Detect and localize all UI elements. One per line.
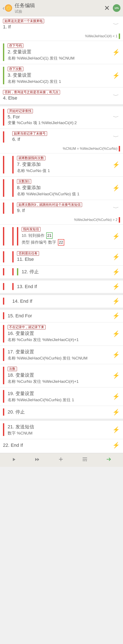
header: ‹ ⚡ 任务编辑 试验 ✕ 12% bbox=[0, 0, 123, 16]
chevron-down-icon[interactable]: ﹀ bbox=[112, 134, 120, 140]
bolt-icon: ⚡ bbox=[112, 298, 120, 305]
chevron-down-icon[interactable]: ﹀ bbox=[112, 114, 120, 120]
bolt-icon: ⚡ bbox=[112, 442, 120, 449]
bolt-icon: ⚡ bbox=[112, 372, 120, 379]
action-row-9[interactable]: 如果次数到3，就跳转向对这个未接号发短信 9. If ﹀ bbox=[0, 200, 123, 217]
bolt-icon: ⚡ bbox=[112, 233, 120, 240]
bolt-icon: ⚡ bbox=[112, 330, 120, 337]
step-button[interactable] bbox=[34, 456, 40, 464]
action-row-16[interactable]: 不在记录中，就记录下来 16. 变量设置 名称 %CurNo 发往 %WeiJi… bbox=[0, 322, 123, 346]
settings-button[interactable] bbox=[82, 456, 88, 464]
action-sub: 名称 %WeiJieHaoCi(2) 发往 1 bbox=[8, 79, 112, 84]
bolt-icon: ⚡ bbox=[112, 184, 120, 192]
action-row-8[interactable]: 次数加1 8. 变量添加 名称 %WeiJieHaoCi(%CurNo) 值 1… bbox=[0, 177, 123, 200]
action-row-14[interactable]: 14. End If ⚡ bbox=[0, 295, 123, 308]
condition-6: %CNUM = %WeiJieHaoCi(%CurNo) bbox=[0, 146, 123, 153]
action-row-12[interactable]: 12. 停止 ⚡ bbox=[0, 266, 123, 278]
back-icon[interactable]: ‹ bbox=[3, 5, 5, 12]
action-tag: 否则，查询这号之前是否未接，有几次 bbox=[3, 90, 60, 94]
confirm-arrow-button[interactable] bbox=[106, 456, 112, 464]
action-row-6[interactable]: 如果当前记录了未接号 6. If ﹀ bbox=[0, 129, 123, 146]
bolt-icon: ⚡ bbox=[112, 268, 120, 276]
app-icon[interactable]: ⚡ bbox=[5, 4, 12, 12]
action-row-19[interactable]: 19. 变量设置 名称 %WeiJieHaoCi(%CurNo) 发往 1 ⚡ bbox=[0, 388, 123, 406]
action-title: 16. 变量设置 bbox=[8, 330, 112, 336]
action-title: 9. If bbox=[17, 208, 112, 213]
close-icon[interactable]: ✕ bbox=[104, 4, 110, 12]
action-tag: 如果次数到3，就跳转向对这个未接号发短信 bbox=[17, 202, 82, 207]
action-title: 5. For bbox=[8, 114, 112, 120]
action-title: 8. 变量添加 bbox=[17, 184, 112, 191]
action-tag: 就将数据指向次数 bbox=[17, 156, 45, 160]
action-row-20[interactable]: 20. 停止 ⚡ bbox=[0, 406, 123, 418]
condition-9: %WeiJieHaoCi(%CurNo) > 2 bbox=[0, 217, 123, 224]
action-row-11[interactable]: 否则退出任务 11. Else ⚡ bbox=[0, 249, 123, 266]
action-row-13[interactable]: 13. End If ⚡ bbox=[0, 280, 123, 293]
action-tag: 不在记录中，就记录下来 bbox=[8, 325, 46, 330]
action-sub: 名称 %WeiJieHaoCi(%CurNo) 发往 %CNUM bbox=[8, 356, 112, 361]
sync-text: 12% bbox=[114, 7, 119, 9]
action-row-2[interactable]: 存下号码 2. 变量设置 名称 %WeiJieHaoCi(1) 发往 %CNUM… bbox=[0, 41, 123, 64]
actions-list: 如果这次是第一个未接来电 1. If ﹀ %WeiJieHaoCi(#) < 1… bbox=[0, 16, 123, 453]
action-title: 22. End If bbox=[3, 442, 112, 448]
bolt-icon: ⚡ bbox=[112, 393, 120, 400]
condition-mark bbox=[119, 217, 120, 223]
action-tag: 如果这次是第一个未接来电 bbox=[3, 19, 44, 23]
action-row-4[interactable]: 否则，查询这号之前是否未接，有几次 4. Else ﹀ bbox=[0, 88, 123, 104]
action-tag: 如果当前记录了未接号 bbox=[12, 131, 47, 136]
action-title: 19. 变量设置 bbox=[8, 390, 112, 397]
action-row-1[interactable]: 如果这次是第一个未接来电 1. If ﹀ bbox=[0, 16, 123, 33]
action-row-7[interactable]: 就将数据指向次数 7. 变量添加 名称 %CurNo 值 1 ⚡ bbox=[0, 153, 123, 176]
add-button[interactable] bbox=[58, 456, 64, 464]
action-sub: 变量 %CurNo 项 1:%WeiJieHaoCi(#):2 bbox=[8, 120, 112, 126]
action-row-3[interactable]: 存下次数 3. 变量设置 名称 %WeiJieHaoCi(2) 发往 1 ⚡ bbox=[0, 64, 123, 87]
action-row-21[interactable]: 21. 发送短信 数字 %CNUM ⚡ bbox=[0, 421, 123, 439]
condition-mark bbox=[119, 34, 120, 39]
bolt-icon: ⚡ bbox=[112, 253, 120, 260]
action-sub: 名称 %WeiJieHaoCi(%CurNo) 值 1 bbox=[17, 191, 112, 197]
action-title: 13. End If bbox=[17, 284, 112, 290]
goto-number-red: 22 bbox=[58, 239, 64, 246]
action-row-10[interactable]: 指向发短信 10. 转到操作 21 类型 操作编号 数字 22 ⚡ bbox=[0, 224, 123, 248]
action-sub: 名称 %CurNo 发往 %WeiJieHaoCi(#)+1 bbox=[8, 379, 112, 384]
chevron-down-icon[interactable]: ﹀ bbox=[112, 93, 120, 98]
action-title: 11. Else bbox=[17, 256, 112, 262]
action-row-17[interactable]: 17. 变量设置 名称 %WeiJieHaoCi(%CurNo) 发往 %CNU… bbox=[0, 346, 123, 364]
action-row-15[interactable]: 15. End For ⚡ bbox=[0, 310, 123, 322]
action-title: 17. 变量设置 bbox=[8, 349, 112, 355]
bolt-icon: ⚡ bbox=[112, 312, 120, 319]
action-title: 20. 停止 bbox=[8, 409, 112, 415]
bolt-icon: ⚡ bbox=[112, 426, 120, 433]
action-sub: 类型 操作编号 数字 22 bbox=[22, 239, 112, 246]
bolt-icon: ⚡ bbox=[112, 49, 120, 56]
action-row-5[interactable]: 开始对记录查找 5. For 变量 %CurNo 项 1:%WeiJieHaoC… bbox=[0, 106, 123, 128]
bolt-icon: ⚡ bbox=[112, 409, 120, 416]
condition-text: %WeiJieHaoCi(#) < 1 bbox=[85, 34, 117, 38]
bolt-icon: ⚡ bbox=[112, 351, 120, 358]
action-title: 15. End For bbox=[8, 313, 112, 318]
action-title: 6. If bbox=[12, 137, 112, 142]
page-title: 任务编辑 bbox=[15, 2, 101, 9]
action-title: 10. 转到操作 21 bbox=[22, 232, 112, 239]
footer-toolbar bbox=[0, 453, 123, 467]
action-title: 3. 变量设置 bbox=[8, 72, 112, 78]
bolt-icon: ⚡ bbox=[112, 72, 120, 79]
action-sub: 数字 %CNUM bbox=[8, 430, 112, 436]
page-subtitle: 试验 bbox=[15, 9, 101, 14]
action-tag: 否则退出任务 bbox=[17, 251, 39, 256]
sync-badge[interactable]: 12% bbox=[113, 4, 120, 12]
action-tag: 次数 bbox=[8, 367, 17, 371]
action-title: 4. Else bbox=[3, 95, 112, 101]
action-tag: 存下次数 bbox=[8, 67, 23, 71]
condition-text: %WeiJieHaoCi(%CurNo) > 2 bbox=[74, 218, 117, 222]
bolt-icon: ⚡ bbox=[112, 161, 120, 168]
action-tag: 存下号码 bbox=[8, 44, 23, 48]
action-title: 18. 变量设置 bbox=[8, 372, 112, 378]
action-row-18[interactable]: 次数 18. 变量设置 名称 %CurNo 发往 %WeiJieHaoCi(#)… bbox=[0, 364, 123, 387]
action-row-22[interactable]: 22. End If ⚡ bbox=[0, 439, 123, 452]
action-sub: 名称 %CurNo 值 1 bbox=[17, 168, 112, 174]
play-button[interactable] bbox=[11, 456, 17, 464]
action-title: 2. 变量设置 bbox=[8, 49, 112, 55]
chevron-down-icon[interactable]: ﹀ bbox=[112, 22, 120, 27]
chevron-down-icon[interactable]: ﹀ bbox=[112, 206, 120, 211]
